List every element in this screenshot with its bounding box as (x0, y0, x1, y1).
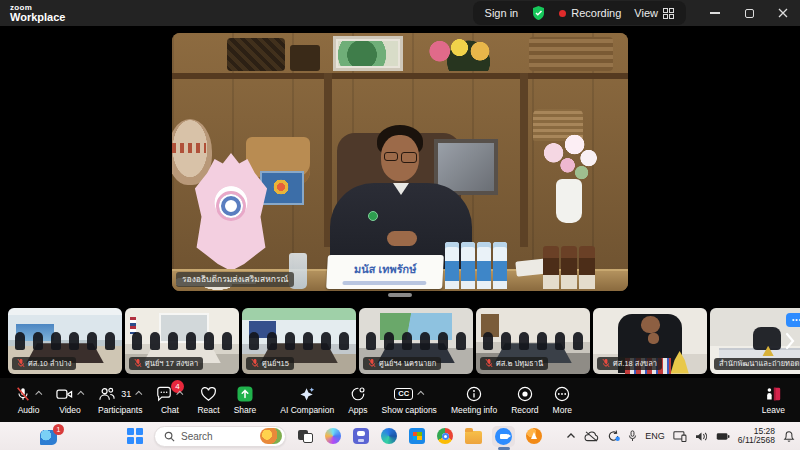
minimize-icon (710, 12, 720, 14)
recording-indicator: Recording (559, 7, 621, 19)
participant-name-tag: ศส.๒ ปทุมธานี (480, 357, 548, 370)
info-icon (466, 386, 482, 402)
cloud-off-icon[interactable] (584, 431, 599, 442)
participants-filmstrip: ศส.10 ลำปาง ศูนย์ฯ 17 สงขลา ศูนย์ฯ15 (0, 303, 800, 378)
react-button[interactable]: React (190, 378, 226, 422)
speaker-name-tag: รองอธิบดีกรมส่งเสริมสหกรณ์ (176, 272, 294, 287)
apps-icon (350, 386, 366, 402)
sparkle-icon (299, 386, 316, 402)
video-options-caret[interactable] (77, 391, 84, 398)
flower-decoration (423, 35, 499, 71)
chevron-right-icon (785, 332, 795, 350)
speaker-icon[interactable] (695, 431, 708, 442)
clock[interactable]: 15:28 6/11/2568 (738, 427, 775, 446)
chat-options-caret[interactable] (177, 391, 184, 398)
sync-icon[interactable] (607, 430, 620, 442)
more-button[interactable]: More (546, 378, 579, 422)
captions-options-caret[interactable] (417, 391, 424, 398)
participants-options-caret[interactable] (135, 391, 142, 398)
leave-button[interactable]: Leave (755, 378, 792, 422)
store-icon[interactable] (408, 427, 426, 445)
record-icon (517, 386, 533, 402)
zoom-app-icon-active[interactable] (492, 426, 515, 447)
ai-companion-button[interactable]: AI Companion (273, 378, 341, 422)
task-view-icon[interactable] (296, 427, 314, 445)
participant-name-tag: ศส.10 ลำปาง (12, 357, 76, 370)
search-input[interactable]: Search (154, 426, 286, 447)
active-speaker-video[interactable]: มนัส เทพรักษ์ รองอธิบดีกรมส่งเสริมสหกรณ์ (172, 33, 628, 291)
search-icon (164, 431, 175, 442)
microphone-icon[interactable] (628, 430, 637, 442)
video-button[interactable]: Video (49, 378, 91, 422)
chat-button[interactable]: 4 Chat (149, 378, 190, 422)
meeting-info-button[interactable]: Meeting info (444, 378, 504, 422)
participant-name-tag: ศูนย์ฯ15 (246, 357, 294, 370)
meeting-toolbar: Audio Video 31 Participants 4 Chat (0, 378, 800, 422)
mic-muted-icon (251, 358, 259, 368)
participant-tile[interactable]: ศส.18 สงขลา (593, 308, 707, 374)
main-stage: มนัส เทพรักษ์ รองอธิบดีกรมส่งเสริมสหกรณ์ (0, 26, 800, 303)
milk-cartons-brown (543, 246, 595, 289)
edge-icon[interactable] (380, 427, 398, 445)
maximize-button[interactable] (732, 0, 766, 26)
titlebar-status-group: Sign in Recording View (473, 1, 686, 25)
teams-chat-icon[interactable]: 1 (40, 426, 62, 446)
chevron-up-icon[interactable] (566, 432, 576, 440)
audio-button[interactable]: Audio (8, 378, 49, 422)
bing-daily-icon[interactable] (260, 428, 282, 444)
filmstrip-next-button[interactable] (782, 328, 798, 354)
file-explorer-icon[interactable] (464, 427, 482, 445)
close-button[interactable] (766, 0, 800, 26)
recording-label: Recording (571, 7, 621, 19)
participant-tile[interactable]: ศูนย์ฯ4 นครนายก (359, 308, 473, 374)
record-button[interactable]: Record (504, 378, 545, 422)
zoom-workplace-window: zoom Workplace Sign in Recording View (0, 0, 800, 450)
teams-icon[interactable] (352, 427, 370, 445)
chat-icon (156, 386, 172, 402)
participant-name-tag: ศูนย์ฯ4 นครนายก (363, 357, 441, 370)
participant-tile[interactable]: ศูนย์ฯ15 (242, 308, 356, 374)
start-icon (127, 428, 143, 444)
view-grid-icon (663, 8, 674, 19)
basket-decoration (227, 38, 285, 71)
sign-in-button[interactable]: Sign in (485, 7, 519, 19)
mic-muted-icon (485, 358, 493, 368)
apps-button[interactable]: Apps (341, 378, 374, 422)
mic-muted-icon (17, 358, 25, 368)
copilot-icon[interactable] (324, 427, 342, 445)
filmstrip-drag-handle[interactable] (388, 293, 412, 297)
start-button[interactable] (126, 427, 144, 445)
participants-button[interactable]: 31 Participants (91, 378, 149, 422)
battery-icon[interactable] (716, 432, 730, 441)
teams-chat-badge: 1 (53, 424, 64, 435)
framed-picture (333, 36, 403, 71)
mic-muted-icon (15, 386, 31, 402)
participant-name-tag: ศูนย์ฯ 17 สงขลา (129, 357, 203, 370)
avast-icon[interactable] (525, 427, 543, 445)
participant-name-tag: ศส.18 สงขลา (597, 357, 662, 370)
chrome-icon[interactable] (436, 427, 454, 445)
minimize-button[interactable] (698, 0, 732, 26)
tile-more-button[interactable]: ••• (786, 313, 800, 327)
participant-tile[interactable]: ศส.๒ ปทุมธานี (476, 308, 590, 374)
zoom-workplace-logo: zoom Workplace (10, 4, 65, 23)
audio-options-caret[interactable] (35, 391, 42, 398)
language-indicator[interactable]: ENG (645, 431, 665, 441)
participant-tile[interactable]: ศูนย์ฯ 17 สงขลา (125, 308, 239, 374)
search-placeholder: Search (181, 431, 254, 442)
share-button[interactable]: Share (227, 378, 264, 422)
recording-dot-icon (559, 10, 566, 17)
glasses (384, 152, 398, 161)
titlebar: zoom Workplace Sign in Recording View (0, 0, 800, 26)
bell-icon[interactable] (783, 430, 795, 442)
cc-icon: CC (394, 388, 413, 400)
nameplate-text: มนัส เทพรักษ์ (353, 260, 417, 278)
shield-check-icon[interactable] (531, 5, 546, 21)
participant-tile[interactable]: ศส.10 ลำปาง (8, 308, 122, 374)
cast-icon[interactable] (673, 431, 687, 442)
tray-date: 6/11/2568 (738, 436, 775, 446)
show-captions-button[interactable]: CC Show captions (375, 378, 444, 422)
view-button[interactable]: View (634, 7, 674, 19)
participants-icon (98, 386, 115, 402)
share-icon (237, 386, 253, 402)
